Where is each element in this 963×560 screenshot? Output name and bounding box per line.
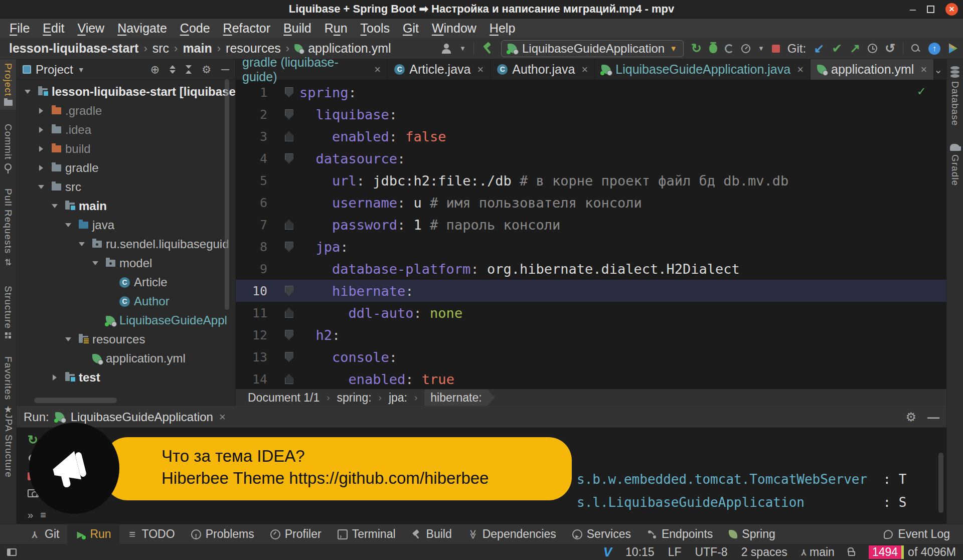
- sidebar-item-database[interactable]: Database: [947, 59, 963, 130]
- fold-marker-icon[interactable]: [278, 308, 299, 318]
- memory-indicator[interactable]: 1494 of 4096M: [869, 545, 956, 559]
- tree-item[interactable]: CAuthor: [17, 292, 235, 311]
- code-line[interactable]: 7 password: 1 # пароль консоли: [236, 214, 946, 236]
- tree-item[interactable]: test: [17, 368, 235, 383]
- fold-marker-icon[interactable]: [278, 220, 299, 230]
- tree-chevron-icon[interactable]: [48, 375, 61, 381]
- run-tab-label[interactable]: LiquibaseGuideApplication: [71, 410, 213, 424]
- tree-item[interactable]: build: [17, 139, 235, 158]
- lock-icon[interactable]: [848, 551, 855, 556]
- code-line[interactable]: 9 database-platform: org.hibernate.diale…: [236, 258, 946, 280]
- toolwindow-button-services[interactable]: Services: [564, 524, 639, 544]
- run-button[interactable]: ↻: [691, 42, 702, 55]
- minimize-icon[interactable]: –: [910, 7, 916, 12]
- editor-tab[interactable]: gradle (liquibase-guide)×: [236, 59, 388, 80]
- run-configuration-select[interactable]: LiquibaseGuideApplication ▼: [501, 40, 684, 57]
- sidebar-item-project[interactable]: Project: [0, 59, 16, 110]
- fold-marker-icon[interactable]: [278, 242, 299, 252]
- fold-marker-icon[interactable]: [278, 131, 299, 141]
- code-line[interactable]: 11 ddl-auto: none: [236, 302, 946, 324]
- code-line[interactable]: 8 jpa:: [236, 236, 946, 258]
- chevron-down-icon[interactable]: ▼: [459, 45, 466, 52]
- menu-item-file[interactable]: File: [3, 21, 36, 36]
- code-line[interactable]: 5 url: jdbc:h2:file:./db # в корне проек…: [236, 169, 946, 192]
- tree-item[interactable]: src: [17, 177, 235, 197]
- menu-item-help[interactable]: Help: [483, 21, 522, 36]
- code-line[interactable]: 4 datasource:: [236, 147, 946, 169]
- toolwindow-button-todo[interactable]: TODO: [119, 524, 183, 544]
- fold-marker-icon[interactable]: [278, 153, 299, 163]
- file-encoding[interactable]: UTF-8: [695, 545, 727, 559]
- expand-all-icon[interactable]: [170, 65, 176, 74]
- tree-chevron-icon[interactable]: [21, 90, 34, 94]
- indent-setting[interactable]: 2 spaces: [741, 545, 787, 559]
- toolwindow-button-git[interactable]: Git: [22, 524, 67, 544]
- line-ending[interactable]: LF: [668, 545, 682, 559]
- tree-chevron-icon[interactable]: [48, 204, 61, 208]
- build-hammer-icon[interactable]: [482, 43, 494, 55]
- toolwindow-button-problems[interactable]: Problems: [183, 524, 262, 544]
- sidebar-item-structure[interactable]: Structure: [0, 282, 16, 342]
- code-line[interactable]: 3 enabled: false: [236, 125, 946, 147]
- hidden-tabs-icon[interactable]: ⌄: [934, 64, 942, 76]
- code-area[interactable]: ✓ 1spring:2 liquibase:3 enabled: false4 …: [236, 80, 946, 389]
- toolwindow-button-spring[interactable]: Spring: [721, 524, 783, 544]
- breadcrumb-item[interactable]: application.yml: [308, 41, 391, 56]
- fold-marker-icon[interactable]: [278, 109, 299, 119]
- code-line[interactable]: 14 enabled: true: [236, 368, 946, 389]
- tree-item[interactable]: LiquibaseGuideAppl: [17, 311, 235, 330]
- toolwindow-button-endpoints[interactable]: Endpoints: [639, 524, 721, 544]
- tree-item[interactable]: model: [17, 254, 235, 273]
- vertical-scrollbar[interactable]: [225, 79, 229, 310]
- menu-item-code[interactable]: Code: [174, 21, 217, 36]
- breadcrumb-item[interactable]: lesson-liquibase-start: [9, 41, 138, 56]
- tree-chevron-icon[interactable]: [88, 261, 102, 265]
- collapse-all-icon[interactable]: [186, 65, 192, 74]
- close-icon[interactable]: ×: [374, 63, 381, 76]
- menu-item-refactor[interactable]: Refactor: [217, 21, 277, 36]
- hide-panel-icon[interactable]: —: [221, 65, 229, 74]
- editor-breadcrumb-item[interactable]: spring:: [337, 391, 372, 405]
- menu-item-view[interactable]: View: [71, 21, 111, 36]
- git-push-icon[interactable]: ↗: [850, 42, 860, 55]
- history-icon[interactable]: [868, 44, 877, 53]
- menu-item-edit[interactable]: Edit: [36, 21, 71, 36]
- profiler-button[interactable]: [741, 44, 750, 53]
- git-commit-icon[interactable]: ✔: [832, 42, 842, 55]
- debug-button[interactable]: [709, 44, 717, 53]
- sidebar-item-commit[interactable]: Commit: [0, 120, 16, 174]
- caret-position[interactable]: 10:15: [625, 545, 655, 559]
- close-icon[interactable]: ×: [477, 63, 484, 76]
- coverage-button[interactable]: [725, 44, 734, 53]
- git-update-icon[interactable]: ↙: [814, 42, 824, 55]
- close-icon[interactable]: ×: [581, 63, 588, 76]
- project-panel-title[interactable]: Project: [36, 63, 73, 77]
- rollback-icon[interactable]: ↺: [885, 42, 895, 55]
- tree-chevron-icon[interactable]: [34, 185, 48, 189]
- tool-windows-icon[interactable]: [7, 548, 17, 556]
- sidebar-item-pull-requests[interactable]: Pull Requests⇅: [0, 184, 16, 272]
- tree-item[interactable]: gradle: [17, 158, 235, 177]
- event-log-button[interactable]: Event Log: [884, 527, 963, 541]
- close-icon[interactable]: ×: [920, 63, 927, 76]
- breadcrumb-item[interactable]: main: [183, 41, 212, 56]
- tree-chevron-icon[interactable]: [75, 242, 88, 246]
- list-icon[interactable]: ≡: [40, 509, 46, 521]
- git-branch-widget[interactable]: Y main: [801, 545, 835, 559]
- fold-marker-icon[interactable]: [278, 352, 299, 362]
- code-line[interactable]: 2 liquibase:: [236, 103, 946, 125]
- tree-item[interactable]: CArticle: [17, 273, 235, 292]
- menu-item-build[interactable]: Build: [277, 21, 318, 36]
- sidebar-item-jpa-structure[interactable]: JPA Structure: [0, 410, 17, 482]
- toolwindow-button-terminal[interactable]: Terminal: [330, 524, 404, 544]
- chevron-down-icon[interactable]: ▼: [758, 45, 764, 52]
- code-line[interactable]: 13 console:: [236, 346, 946, 368]
- inspection-status-icon[interactable]: V: [603, 544, 612, 560]
- toolwindow-button-build[interactable]: Build: [404, 524, 460, 544]
- toolwindow-button-run[interactable]: Run: [67, 524, 119, 544]
- toolwindow-button-profiler[interactable]: Profiler: [262, 524, 330, 544]
- search-icon[interactable]: [911, 44, 921, 54]
- tree-item[interactable]: application.yml: [17, 349, 235, 368]
- sidebar-item-favorites[interactable]: Favorites★: [0, 352, 16, 419]
- code-line[interactable]: 6 username: u # имя пользователя консоли: [236, 192, 946, 214]
